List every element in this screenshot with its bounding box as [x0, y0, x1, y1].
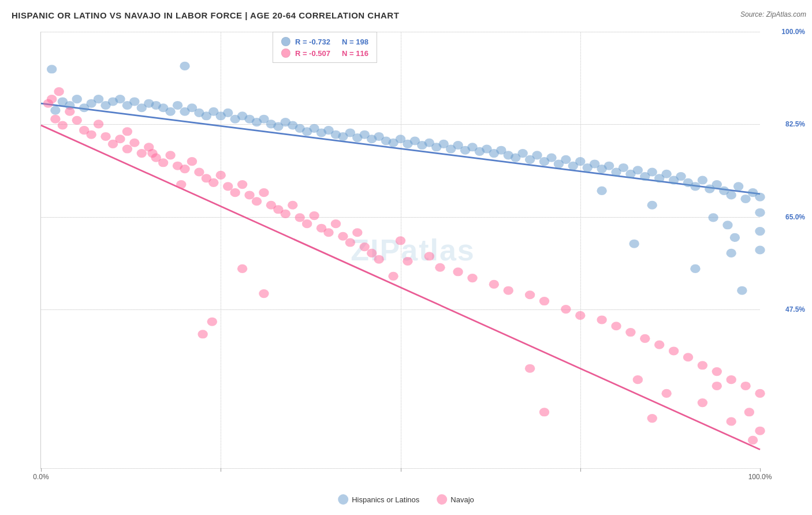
blue-point [604, 162, 614, 170]
pink-point [597, 315, 606, 324]
x-label-0: 0.0% [33, 473, 49, 481]
pink-point [230, 188, 240, 197]
blue-point [94, 95, 103, 103]
legend-circle-pink [281, 48, 290, 58]
pink-point [403, 257, 412, 266]
pink-point [309, 211, 319, 220]
pink-point [158, 158, 168, 167]
xtick-50 [401, 468, 401, 472]
pink-point [259, 289, 269, 298]
blue-point [165, 107, 175, 116]
pink-point [281, 210, 290, 218]
blue-point [647, 167, 657, 176]
pink-point [467, 274, 477, 282]
pink-point [50, 115, 60, 124]
blue-point [647, 201, 657, 210]
legend-item-blue: R = -0.732 N = 198 [281, 37, 368, 46]
pink-point [539, 297, 549, 305]
pink-point [237, 180, 247, 189]
blue-point [730, 233, 740, 242]
pink-point [740, 382, 750, 390]
blue-point [733, 182, 743, 191]
pink-point [47, 95, 57, 103]
pink-point [295, 213, 304, 222]
pink-point [489, 280, 499, 289]
legend-circle-blue [281, 37, 290, 46]
pink-point [539, 408, 549, 416]
pink-point [180, 165, 189, 173]
pink-point [216, 171, 226, 180]
pink-point [338, 232, 348, 241]
pink-point [388, 272, 398, 281]
legend-n-blue: N = 198 [342, 38, 368, 46]
pink-point [331, 219, 341, 228]
blue-point [726, 191, 736, 199]
blue-point [755, 208, 765, 217]
pink-point [698, 398, 707, 407]
blue-point [690, 182, 700, 191]
blue-point [755, 193, 765, 201]
legend-box: R = -0.732 N = 198 R = -0.507 N = 116 [273, 32, 377, 63]
pink-point [525, 290, 535, 299]
xtick-75 [580, 468, 581, 472]
blue-point [698, 176, 707, 184]
pink-point [575, 311, 585, 320]
pink-point [194, 167, 204, 176]
pink-point [207, 318, 217, 326]
chart-area: ZIPatlas 100.0% 82.5% 65.0% 47.5% 0.0% 1… [40, 32, 760, 469]
blue-point [575, 157, 585, 166]
pink-point [115, 135, 125, 143]
xtick-25 [221, 468, 221, 472]
blue-point [722, 221, 732, 229]
blue-point [712, 180, 722, 189]
blue-point [47, 65, 57, 73]
bottom-legend: Hispanics or Latinos Navajo [338, 494, 474, 505]
bottom-legend-blue: Hispanics or Latinos [338, 494, 419, 505]
blue-point [633, 166, 643, 174]
pink-point [453, 267, 463, 276]
blue-point [129, 97, 139, 106]
pink-point [698, 361, 707, 370]
blue-point [755, 227, 765, 236]
blue-point [50, 106, 60, 115]
pink-point [237, 264, 247, 273]
pink-point [223, 182, 233, 191]
bottom-legend-pink: Navajo [437, 494, 474, 505]
blue-point [173, 101, 182, 110]
pink-point [755, 427, 765, 435]
pink-point [259, 188, 269, 197]
pink-point [94, 120, 103, 128]
blue-point [517, 149, 527, 158]
pink-point [54, 87, 64, 96]
pink-point [288, 201, 297, 210]
pink-point [504, 286, 513, 295]
pink-point [137, 149, 147, 158]
xtick-0 [41, 468, 42, 472]
pink-point [561, 305, 571, 314]
pink-point [744, 408, 754, 416]
blue-point [72, 95, 82, 103]
pink-point [726, 375, 736, 384]
pink-point [367, 249, 377, 258]
pink-point [58, 121, 68, 129]
blue-point [180, 62, 189, 70]
pink-point [424, 252, 434, 260]
blue-point [223, 109, 233, 117]
pink-point [625, 328, 635, 337]
pink-point [252, 197, 262, 206]
legend-n-pink: N = 116 [342, 49, 368, 58]
bottom-label-pink: Navajo [450, 495, 474, 504]
source-label: Source: ZipAtlas.com [740, 10, 806, 18]
bottom-label-blue: Hispanics or Latinos [352, 495, 419, 504]
blue-point [561, 155, 571, 164]
bottom-circle-blue [338, 494, 348, 505]
xtick-100 [760, 468, 761, 472]
blue-point [532, 151, 542, 159]
pink-point [755, 389, 765, 398]
pink-point [122, 144, 132, 153]
pink-point [654, 341, 664, 349]
pink-point [129, 139, 139, 147]
pink-point [244, 191, 254, 199]
y-label-475: 47.5% [785, 305, 805, 314]
pink-point [360, 242, 370, 251]
